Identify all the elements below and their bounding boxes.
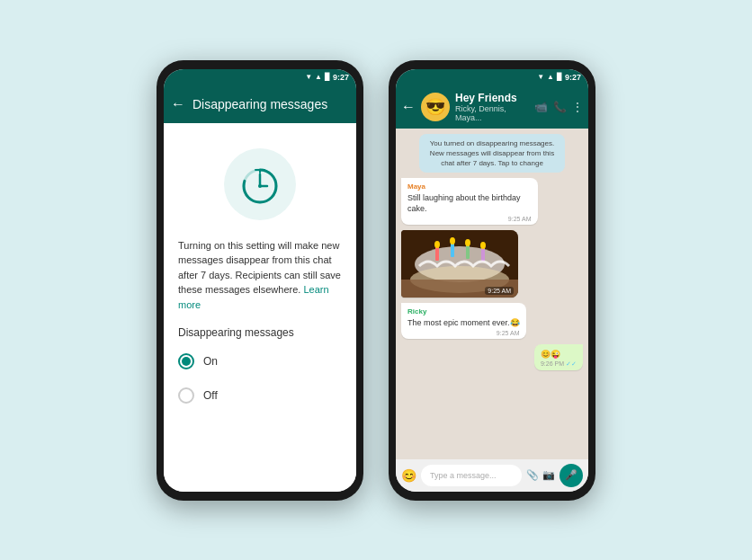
time-value-outgoing: 9:26 PM: [541, 360, 564, 367]
message-maya: Maya Still laughing about the birthday c…: [401, 178, 538, 225]
attachment-button[interactable]: 📎: [526, 469, 539, 481]
chat-group-name: Hey Friends: [455, 92, 529, 104]
radio-on-inner: [182, 357, 191, 366]
timer-icon: [237, 162, 282, 207]
screen-title: Disappearing messages: [192, 97, 349, 111]
wifi-icon-r: ▲: [547, 73, 554, 81]
chat-title-block: Hey Friends Ricky, Dennis, Maya...: [455, 92, 529, 122]
emoji-button[interactable]: 😊: [401, 468, 416, 483]
chat-bar-icons: 📹 📞 ⋮: [534, 101, 583, 113]
message-ricky: Ricky The most epic moment ever.😂 9:25 A…: [401, 303, 526, 339]
camera-button[interactable]: 📷: [542, 469, 555, 481]
message-outgoing: 😊😜 9:26 PM ✓✓: [534, 344, 583, 369]
time-maya: 9:25 AM: [407, 216, 532, 222]
sender-ricky: Ricky: [407, 307, 520, 316]
time-ricky: 9:25 AM: [407, 330, 520, 336]
video-icon[interactable]: 📹: [534, 101, 548, 113]
left-status-bar: ▼ ▲ ▉ 9:27: [164, 69, 356, 85]
left-app-bar: ← Disappearing messages: [164, 85, 356, 123]
phones-container: ▼ ▲ ▉ 9:27 ← Disappearing messages: [157, 60, 595, 501]
timer-icon-container: [224, 148, 296, 220]
svg-rect-11: [435, 246, 439, 261]
text-ricky: The most epic moment ever.😂: [407, 317, 520, 328]
battery-icon-r: ▉: [557, 73, 562, 81]
settings-description: Turning on this setting will make new me…: [178, 238, 342, 313]
radio-option-on[interactable]: On: [178, 350, 342, 373]
svg-point-14: [450, 237, 455, 244]
radio-on-label: On: [203, 355, 218, 368]
chat-avatar: 😎: [421, 93, 450, 121]
svg-rect-15: [466, 244, 470, 259]
input-placeholder: Type a message...: [430, 471, 497, 480]
svg-point-4: [258, 184, 262, 188]
chat-group-subtitle: Ricky, Dennis, Maya...: [455, 104, 529, 122]
svg-point-12: [434, 241, 440, 248]
right-phone: ▼ ▲ ▉ 9:27 ← 😎 Hey Friends Ricky, Dennis…: [389, 60, 595, 501]
settings-content: Turning on this setting will make new me…: [164, 123, 356, 492]
read-check-icon: ✓✓: [566, 360, 577, 368]
svg-point-18: [480, 242, 486, 249]
phone-icon[interactable]: 📞: [553, 101, 567, 113]
mic-icon: 🎤: [565, 469, 577, 481]
sender-maya: Maya: [407, 182, 532, 191]
status-time: 9:27: [333, 73, 349, 82]
svg-rect-13: [451, 243, 454, 257]
signal-icon-r: ▼: [537, 73, 544, 81]
svg-rect-17: [481, 247, 485, 262]
radio-off-circle: [178, 387, 194, 404]
image-time-overlay: 9:25 AM: [485, 287, 514, 295]
right-status-bar: ▼ ▲ ▉ 9:27: [396, 69, 588, 85]
status-time-r: 9:27: [565, 73, 581, 82]
text-outgoing: 😊😜: [541, 349, 577, 360]
text-maya: Still laughing about the birthday cake.: [407, 192, 532, 214]
chat-app-bar: ← 😎 Hey Friends Ricky, Dennis, Maya... 📹…: [396, 85, 588, 129]
system-message[interactable]: You turned on disappearing messages. New…: [419, 134, 565, 173]
mic-button[interactable]: 🎤: [560, 464, 583, 487]
left-phone: ▼ ▲ ▉ 9:27 ← Disappearing messages: [157, 60, 363, 501]
message-input[interactable]: Type a message...: [421, 465, 522, 486]
radio-off-label: Off: [203, 389, 218, 402]
message-image: 9:25 AM: [401, 230, 518, 298]
battery-icon: ▉: [325, 73, 330, 81]
input-icons: 📎 📷: [526, 469, 555, 481]
svg-point-16: [465, 239, 470, 246]
time-outgoing: 9:26 PM ✓✓: [541, 360, 577, 368]
radio-on-circle: [178, 353, 194, 369]
chat-back-button[interactable]: ←: [401, 99, 416, 115]
radio-option-off[interactable]: Off: [178, 384, 342, 407]
chat-body: You turned on disappearing messages. New…: [396, 129, 588, 459]
signal-icon: ▼: [305, 73, 312, 81]
cake-image: 9:25 AM: [401, 230, 518, 298]
section-title: Disappearing messages: [178, 326, 342, 339]
more-icon[interactable]: ⋮: [572, 101, 583, 113]
back-button[interactable]: ←: [171, 96, 185, 112]
wifi-icon: ▲: [315, 73, 322, 81]
input-bar: 😊 Type a message... 📎 📷 🎤: [396, 459, 588, 492]
